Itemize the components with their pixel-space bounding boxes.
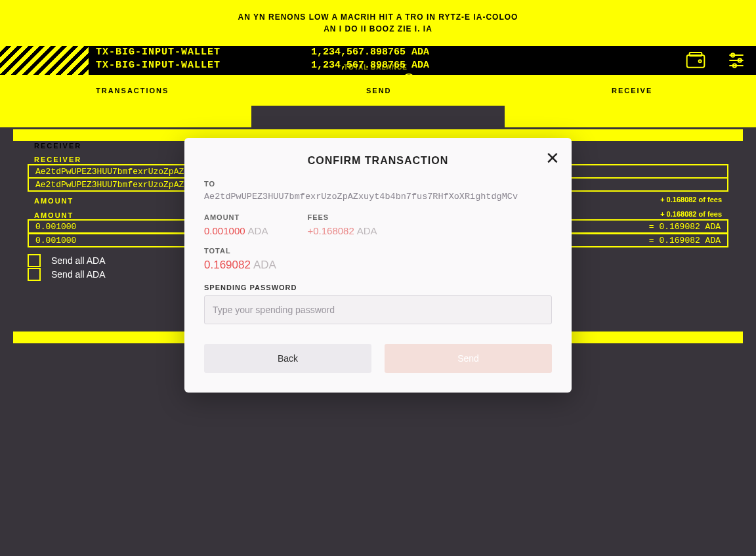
fees-unit: ADA	[357, 225, 377, 236]
total-label: TOTAL	[204, 247, 552, 255]
tab-send-ghost: SEND	[366, 96, 392, 104]
svg-point-2	[699, 60, 702, 62]
send-button[interactable]: Send	[385, 344, 552, 373]
fees-block: FEES +0.168082ADA	[307, 213, 377, 236]
to-label: TO	[204, 180, 552, 188]
amount-block: AMOUNT 0.001000ADA	[204, 213, 268, 236]
wallet-name-a: TX-BIG-INPUT-WALLET	[96, 46, 220, 59]
header-icons	[685, 50, 747, 74]
to-address: Ae2tdPwUPEZ3HUU7bmfexrUzoZpAZxuyt4b4bn7f…	[204, 192, 552, 202]
svg-rect-1	[690, 53, 702, 56]
checkbox-icon[interactable]	[28, 254, 41, 267]
checkbox-icon[interactable]	[28, 268, 41, 281]
total-right-b: = 0.169082 ADA	[649, 236, 721, 246]
receiver-label-b: RECEIVER	[34, 156, 81, 163]
amount-label: AMOUNT	[204, 213, 268, 221]
password-label: SPENDING PASSWORD	[204, 284, 552, 291]
wallet-icon[interactable]	[685, 50, 706, 74]
amount-label-a: AMOUNT	[34, 197, 74, 205]
tab-underline-left	[0, 104, 251, 127]
modal-button-row: Back Send	[204, 344, 552, 373]
total-balance-label: TOTAL BALANCE	[344, 64, 408, 71]
fees-value: +0.168082ADA	[307, 225, 377, 236]
wallet-balance-a: 1,234,567.898765 ADA	[311, 46, 429, 59]
tab-underline-right	[505, 104, 756, 127]
back-button[interactable]: Back	[204, 344, 371, 373]
settings-sliders-icon[interactable]	[726, 50, 747, 74]
total-number: 0.169082	[204, 259, 251, 271]
total-value: 0.169082ADA	[204, 259, 552, 272]
receiver-label-a: RECEIVER	[34, 142, 81, 150]
send-all-label-a: Send all ADA	[51, 255, 106, 266]
amount-number: 0.001000	[204, 225, 245, 236]
send-all-row-b[interactable]: Send all ADA	[28, 268, 106, 281]
epoch-banner: AN YN RENONS LOW A MACRIH HIT A TRO IN R…	[0, 0, 756, 46]
spending-password-input[interactable]	[204, 295, 552, 324]
close-icon[interactable]: ✕	[545, 150, 560, 167]
total-block: TOTAL 0.169082ADA	[204, 247, 552, 272]
fees-hint-a: + 0.168082 of fees	[660, 196, 722, 203]
wallet-header: TX-BIG-INPUT-WALLET TX-BIG-INPUT-WALLET …	[0, 46, 756, 75]
banner-line-1: AN YN RENONS LOW A MACRIH HIT A TRO IN R…	[238, 12, 518, 22]
amount-value-a: 0.001000	[35, 222, 76, 232]
wallet-name-block: TX-BIG-INPUT-WALLET TX-BIG-INPUT-WALLET	[96, 46, 220, 72]
fees-hint-b: + 0.168082 of fees	[660, 210, 722, 218]
total-unit: ADA	[253, 259, 276, 271]
tab-receive[interactable]: RECEIVE	[612, 87, 652, 95]
tab-send[interactable]: SEND	[366, 87, 392, 95]
amount-label-b: AMOUNT	[34, 211, 74, 219]
tab-transactions[interactable]: TRANSACTIONS	[96, 87, 169, 95]
fees-label: FEES	[307, 213, 377, 221]
amount-unit: ADA	[248, 225, 268, 236]
wallet-name-b: TX-BIG-INPUT-WALLET	[96, 59, 220, 72]
banner-line-2: AN I DO II BOOZ ZIE I. IA	[324, 24, 432, 33]
send-all-label-b: Send all ADA	[51, 269, 106, 280]
amount-value-b: 0.001000	[35, 236, 76, 246]
amount-value: 0.001000ADA	[204, 225, 268, 236]
fees-number: +0.168082	[307, 225, 354, 236]
confirm-transaction-modal: CONFIRM TRANSACTION ✕ TO Ae2tdPwUPEZ3HUU…	[184, 138, 572, 393]
total-right-a: = 0.169082 ADA	[649, 222, 721, 232]
modal-title: CONFIRM TRANSACTION	[204, 155, 552, 167]
send-all-row-a[interactable]: Send all ADA	[28, 254, 106, 267]
hazard-stripes-icon	[0, 46, 89, 75]
